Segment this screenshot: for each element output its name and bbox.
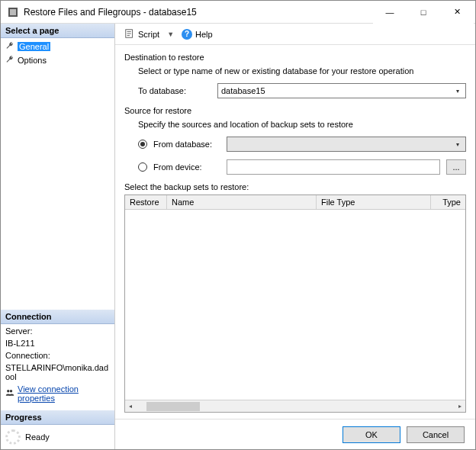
progress-header: Progress bbox=[1, 410, 114, 425]
people-icon bbox=[5, 388, 14, 399]
to-database-value: database15 bbox=[221, 86, 265, 95]
from-device-row: From device: ... bbox=[138, 159, 466, 175]
source-section-desc: Specify the sources and location of back… bbox=[138, 120, 466, 129]
wrench-icon bbox=[5, 55, 14, 66]
select-page-header: Select a page bbox=[1, 24, 114, 38]
scroll-right-arrow[interactable]: ▸ bbox=[455, 401, 465, 412]
connection-header: Connection bbox=[1, 310, 114, 324]
connection-value: STELLARINFO\monika.dadool bbox=[5, 363, 110, 381]
server-label: Server: bbox=[5, 326, 110, 336]
chevron-down-icon: ▾ bbox=[452, 139, 464, 149]
from-database-label: From database: bbox=[153, 140, 220, 149]
close-button[interactable]: ✕ bbox=[440, 1, 474, 24]
from-database-combo[interactable]: ▾ bbox=[227, 137, 466, 152]
from-device-textbox[interactable] bbox=[227, 159, 440, 175]
connection-label: Connection: bbox=[5, 351, 110, 360]
titlebar: Restore Files and Filegroups - database1… bbox=[1, 1, 475, 24]
browse-device-button[interactable]: ... bbox=[446, 159, 466, 175]
content-area: Destination to restore Select or type na… bbox=[115, 45, 475, 419]
spinner-icon bbox=[5, 429, 21, 445]
to-database-row: To database: database15 ▾ bbox=[138, 83, 466, 98]
from-database-row: From database: ▾ bbox=[138, 137, 466, 152]
grid-header: Restore Name File Type Type bbox=[125, 195, 465, 210]
svg-rect-1 bbox=[10, 9, 16, 15]
horizontal-scrollbar[interactable]: ◂ ▸ bbox=[125, 400, 465, 412]
script-button[interactable]: Script bbox=[121, 27, 162, 42]
dropdown-arrow-icon[interactable]: ▼ bbox=[166, 31, 175, 38]
maximize-button[interactable]: □ bbox=[407, 1, 440, 24]
sidebar: Select a page General Options Connection… bbox=[1, 24, 115, 449]
destination-section-desc: Select or type name of new or existing d… bbox=[138, 66, 466, 76]
window-controls: — □ ✕ bbox=[373, 1, 474, 24]
backup-sets-grid[interactable]: Restore Name File Type Type ◂ ▸ bbox=[124, 194, 466, 413]
help-label: Help bbox=[195, 30, 213, 39]
from-device-label: From device: bbox=[153, 162, 220, 172]
sidebar-item-general[interactable]: General bbox=[1, 40, 114, 53]
help-icon: ? bbox=[182, 29, 192, 40]
from-device-radio[interactable] bbox=[138, 162, 147, 172]
view-connection-properties-link[interactable]: View connection properties bbox=[5, 384, 110, 403]
column-type[interactable]: Type bbox=[431, 195, 465, 209]
toolbar: Script ▼ ? Help bbox=[115, 24, 475, 45]
script-label: Script bbox=[138, 30, 159, 39]
minimize-button[interactable]: — bbox=[373, 1, 407, 24]
svg-point-3 bbox=[10, 390, 12, 392]
sidebar-item-label: General bbox=[18, 42, 50, 51]
dialog-window: Restore Files and Filegroups - database1… bbox=[0, 0, 476, 450]
destination-section-title: Destination to restore bbox=[124, 53, 466, 62]
source-section-title: Source for restore bbox=[124, 106, 466, 115]
sidebar-item-label: Options bbox=[18, 56, 47, 65]
progress-status-text: Ready bbox=[25, 432, 50, 442]
app-icon bbox=[7, 6, 19, 18]
view-connection-properties-label: View connection properties bbox=[18, 384, 110, 403]
backup-sets-section: Select the backup sets to restore: Resto… bbox=[124, 182, 466, 413]
chevron-down-icon: ▾ bbox=[452, 85, 464, 96]
main-panel: Script ▼ ? Help Destination to restore S… bbox=[115, 24, 475, 449]
scroll-thumb[interactable] bbox=[146, 402, 200, 411]
to-database-combo[interactable]: database15 ▾ bbox=[217, 83, 466, 98]
progress-status-row: Ready bbox=[1, 425, 114, 449]
sidebar-item-options[interactable]: Options bbox=[1, 53, 114, 67]
cancel-button[interactable]: Cancel bbox=[407, 426, 465, 443]
from-database-radio[interactable] bbox=[138, 140, 147, 149]
dialog-body: Select a page General Options Connection… bbox=[1, 24, 475, 449]
column-filetype[interactable]: File Type bbox=[317, 195, 431, 209]
ellipsis-icon: ... bbox=[452, 162, 459, 172]
help-button[interactable]: ? Help bbox=[178, 27, 216, 41]
page-list: General Options bbox=[1, 38, 114, 69]
window-title: Restore Files and Filegroups - database1… bbox=[24, 7, 373, 18]
grid-body bbox=[125, 210, 465, 400]
column-name[interactable]: Name bbox=[167, 195, 317, 209]
wrench-icon bbox=[5, 41, 14, 52]
connection-section: Server: IB-L211 Connection: STELLARINFO\… bbox=[1, 324, 114, 410]
ok-button[interactable]: OK bbox=[343, 426, 400, 443]
to-database-label: To database: bbox=[138, 86, 211, 95]
svg-point-2 bbox=[7, 390, 9, 392]
column-restore[interactable]: Restore bbox=[125, 195, 167, 209]
dialog-footer: OK Cancel bbox=[115, 419, 475, 449]
backup-sets-label: Select the backup sets to restore: bbox=[124, 182, 466, 191]
scroll-left-arrow[interactable]: ◂ bbox=[125, 401, 136, 412]
server-value: IB-L211 bbox=[5, 339, 110, 348]
script-icon bbox=[124, 28, 135, 40]
